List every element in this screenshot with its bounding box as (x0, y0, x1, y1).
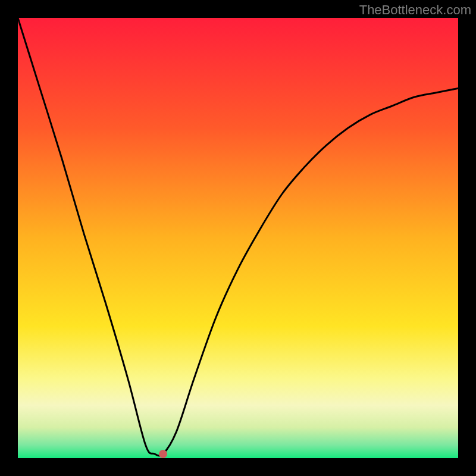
plot-area (18, 18, 458, 458)
bottleneck-curve (18, 18, 458, 458)
minimum-marker (159, 450, 167, 458)
watermark-text: TheBottleneck.com (359, 2, 471, 18)
chart-frame: TheBottleneck.com (0, 0, 476, 476)
